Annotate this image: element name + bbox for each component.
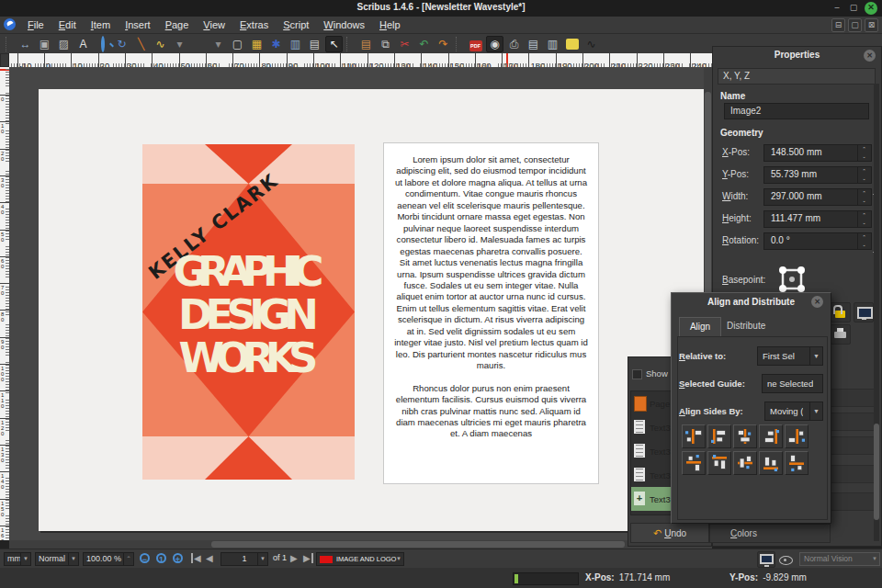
align-tops-to-bottom-of-anchor-button[interactable] (785, 451, 808, 475)
minimize-button[interactable]: – (831, 2, 843, 15)
zoom-in-icon[interactable]: + (173, 553, 183, 563)
insert-shape-icon[interactable] (190, 36, 208, 52)
undo-icon[interactable]: ↶ (415, 36, 433, 52)
canvas-horizontal-scrollbar[interactable] (9, 540, 712, 548)
shape-dropdown-icon[interactable]: ▾ (209, 36, 227, 52)
zoom-tool-icon[interactable] (94, 36, 111, 52)
horizontal-ruler[interactable]: -100102030405060708090100110120130140150… (9, 53, 712, 68)
unit-dropdown[interactable]: mm▼ (4, 552, 31, 566)
align-left-sides-to-right-of-anchor-button[interactable] (785, 424, 808, 448)
redo-icon[interactable]: ↷ (435, 36, 452, 52)
render-frame-icon[interactable]: ▥ (287, 36, 304, 52)
menu-edit[interactable]: Edit (51, 17, 84, 33)
cut-icon[interactable]: ✂ (396, 36, 413, 52)
print-object-button[interactable] (831, 324, 851, 345)
select-tool-icon[interactable]: ↖ (325, 36, 343, 52)
insert-polygon-icon[interactable]: ✱ (267, 36, 285, 52)
insert-table-icon[interactable]: ▦ (248, 36, 266, 52)
align-sides-by-dropdown[interactable]: Moving (▼ (764, 401, 823, 421)
menu-windows[interactable]: Windows (316, 17, 372, 33)
properties-scrollbar[interactable] (874, 84, 879, 541)
colors-palette-tab[interactable]: Colors (709, 524, 831, 543)
rotate-item-icon[interactable]: ↻ (113, 36, 130, 52)
menu-insert[interactable]: Insert (118, 17, 158, 33)
height-spinner[interactable]: 111.477 mm⌃⌄ (763, 210, 872, 228)
preview-eye-icon[interactable] (779, 556, 793, 565)
spinner-arrows-icon[interactable]: ⌃⌄ (857, 145, 870, 161)
insert-text-frame-icon[interactable]: A (74, 36, 92, 52)
close-button[interactable]: ✕ (865, 2, 877, 15)
poster-image-frame[interactable]: KELLY CLARK GRAPHIC DESIGN WORKS (142, 144, 355, 480)
align-bottoms-to-top-of-anchor-button[interactable] (682, 451, 706, 475)
default-shape-icon[interactable]: ▢ (229, 36, 246, 52)
align-left-sides-button[interactable] (707, 424, 731, 448)
tab-distribute[interactable]: Distribute (727, 321, 765, 331)
zoom-out-icon[interactable]: − (140, 553, 150, 563)
relative-to-dropdown[interactable]: First Sel▼ (757, 346, 823, 366)
zoom-level-spinner[interactable]: 100.00 %⌃⌄ (83, 552, 134, 566)
align-right-sides-to-left-of-anchor-button[interactable] (682, 424, 706, 448)
align-right-sides-button[interactable] (759, 424, 783, 448)
move-tool-icon[interactable]: ↔ (17, 36, 34, 52)
selected-guide-field[interactable]: ne Selected (762, 374, 823, 393)
ypos-spinner[interactable]: 55.739 mm⌃⌄ (763, 166, 872, 184)
rotation-spinner[interactable]: 0.0 °⌃⌄ (763, 232, 872, 250)
insert-frame-icon[interactable]: ▣ (36, 36, 53, 52)
insert-image-frame-icon[interactable]: ▨ (55, 36, 73, 52)
mdi-minimize-button[interactable]: ⊟ (831, 18, 845, 32)
menu-page[interactable]: Page (158, 17, 197, 33)
menu-item[interactable]: Item (84, 17, 118, 33)
object-name-field[interactable]: Image2 (724, 103, 869, 119)
previous-page-button[interactable]: ◀ (206, 553, 213, 563)
show-selected-checkbox[interactable] (632, 369, 642, 379)
align-bottoms-button[interactable] (759, 451, 783, 475)
spinner-arrows-icon[interactable]: ⌃⌄ (857, 167, 870, 183)
basepoint-selector[interactable] (777, 264, 807, 295)
align-tops-button[interactable] (707, 451, 731, 475)
insert-bezier-icon[interactable]: ∿ (152, 36, 169, 52)
copy-icon[interactable]: ⧉ (377, 36, 394, 52)
zoom-actual-icon[interactable]: 1 (156, 553, 166, 563)
spinner-arrows-icon[interactable]: ⌃⌄ (857, 211, 870, 227)
center-on-horizontal-axis-button[interactable] (733, 451, 757, 475)
menu-file[interactable]: File (20, 17, 51, 33)
dialog-close-icon[interactable]: ✕ (811, 296, 823, 308)
menu-help[interactable]: Help (372, 17, 408, 33)
preview-mode-icon[interactable]: ◉ (486, 36, 503, 52)
layer-dropdown[interactable]: IMAGE AND LOGO ▼ (316, 552, 404, 566)
spinner-arrows-icon[interactable]: ⌃⌄ (857, 189, 870, 205)
scrollbar-thumb[interactable] (211, 541, 625, 548)
display-settings-button[interactable] (757, 551, 775, 568)
undo-button[interactable]: ↶Undo (630, 523, 709, 543)
spinner-arrows-icon[interactable]: ⌃⌄ (857, 233, 870, 249)
mdi-restore-button[interactable]: ▢ (848, 18, 862, 32)
menu-view[interactable]: View (196, 17, 232, 33)
script-icon[interactable]: ∿ (582, 36, 600, 52)
line-dropdown-icon[interactable]: ▾ (171, 36, 188, 52)
insert-line-icon[interactable]: ╲ (132, 36, 150, 52)
page-number-dropdown[interactable]: 1▼ (220, 552, 268, 566)
lorem-text-frame[interactable]: Lorem ipsum dolor sit amet, consectetur … (383, 142, 599, 484)
preview-visibility-button[interactable] (854, 302, 874, 322)
document-canvas[interactable]: KELLY CLARK GRAPHIC DESIGN WORKS Lorem i… (9, 67, 712, 548)
export-pdf-icon[interactable]: PDF (467, 36, 484, 52)
quality-dropdown[interactable]: Normal▼ (35, 552, 79, 566)
link-text-frames-icon[interactable]: ▤ (525, 36, 542, 52)
properties-tab-xyz[interactable]: X, Y, Z (718, 68, 876, 85)
maximize-button[interactable]: ▢ (847, 2, 860, 15)
properties-close-icon[interactable]: ✕ (864, 50, 876, 62)
vision-mode-dropdown[interactable]: Normal Vision▼ (799, 552, 880, 566)
unlink-text-frames-icon[interactable]: ▥ (544, 36, 561, 52)
lock-object-button[interactable] (831, 302, 851, 322)
last-page-button[interactable]: ▶ (303, 553, 313, 563)
story-editor-icon[interactable]: ▤ (306, 36, 323, 52)
tab-align[interactable]: Align (679, 317, 721, 337)
center-on-vertical-axis-button[interactable] (733, 424, 757, 448)
first-page-button[interactable]: ◀ (191, 553, 201, 563)
document-page[interactable]: KELLY CLARK GRAPHIC DESIGN WORKS Lorem i… (39, 89, 707, 531)
scrollbar-thumb[interactable] (874, 424, 879, 520)
print-icon[interactable]: ⎙ (505, 36, 523, 52)
paste-icon[interactable]: ▤ (357, 36, 375, 52)
menu-script[interactable]: Script (276, 17, 316, 33)
mdi-close-button[interactable]: ⊠ (865, 18, 878, 32)
